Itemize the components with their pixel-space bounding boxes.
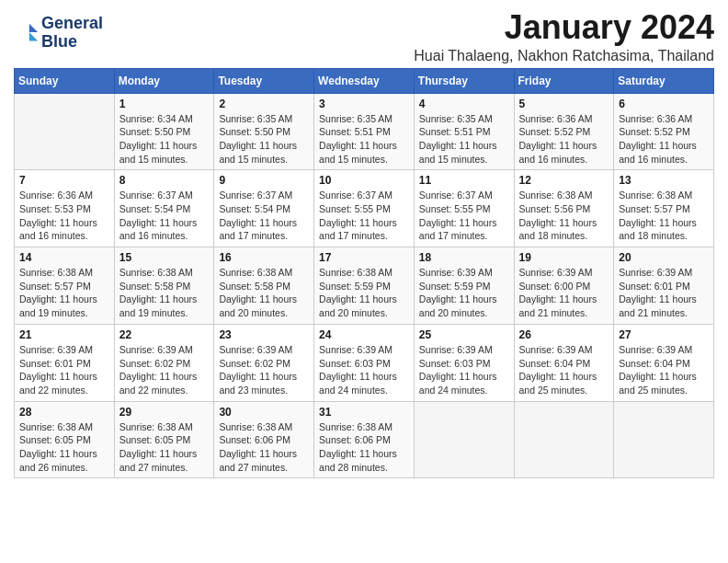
calendar-cell: 28Sunrise: 6:38 AM Sunset: 6:05 PM Dayli… xyxy=(15,401,115,478)
calendar-cell: 8Sunrise: 6:37 AM Sunset: 5:54 PM Daylig… xyxy=(114,170,214,247)
column-header-wednesday: Wednesday xyxy=(314,68,415,93)
calendar-table: SundayMondayTuesdayWednesdayThursdayFrid… xyxy=(14,68,714,479)
calendar-cell: 17Sunrise: 6:38 AM Sunset: 5:59 PM Dayli… xyxy=(314,247,415,325)
calendar-cell: 27Sunrise: 6:39 AM Sunset: 6:04 PM Dayli… xyxy=(614,324,714,401)
day-info: Sunrise: 6:38 AM Sunset: 6:06 PM Dayligh… xyxy=(319,420,409,475)
column-header-sunday: Sunday xyxy=(15,68,115,93)
day-number: 14 xyxy=(19,251,109,264)
day-info: Sunrise: 6:38 AM Sunset: 6:05 PM Dayligh… xyxy=(119,420,210,475)
day-info: Sunrise: 6:38 AM Sunset: 5:58 PM Dayligh… xyxy=(119,266,210,320)
day-number: 24 xyxy=(319,328,409,341)
day-number: 19 xyxy=(519,251,609,264)
calendar-cell: 19Sunrise: 6:39 AM Sunset: 6:00 PM Dayli… xyxy=(514,247,614,325)
calendar-cell: 25Sunrise: 6:39 AM Sunset: 6:03 PM Dayli… xyxy=(414,324,514,401)
day-number: 4 xyxy=(419,98,509,110)
day-info: Sunrise: 6:39 AM Sunset: 6:01 PM Dayligh… xyxy=(19,343,109,397)
day-number: 15 xyxy=(119,251,210,264)
page-title: January 2024 xyxy=(414,9,714,46)
day-info: Sunrise: 6:39 AM Sunset: 6:03 PM Dayligh… xyxy=(419,343,509,397)
calendar-cell: 12Sunrise: 6:38 AM Sunset: 5:56 PM Dayli… xyxy=(514,170,614,247)
calendar-cell: 5Sunrise: 6:36 AM Sunset: 5:52 PM Daylig… xyxy=(514,93,614,170)
day-info: Sunrise: 6:38 AM Sunset: 5:57 PM Dayligh… xyxy=(19,266,109,320)
day-number: 7 xyxy=(19,174,109,187)
day-number: 11 xyxy=(419,174,509,187)
day-info: Sunrise: 6:38 AM Sunset: 5:59 PM Dayligh… xyxy=(319,266,409,320)
calendar-cell xyxy=(414,401,514,478)
calendar-cell: 14Sunrise: 6:38 AM Sunset: 5:57 PM Dayli… xyxy=(15,247,115,325)
day-info: Sunrise: 6:39 AM Sunset: 6:03 PM Dayligh… xyxy=(319,343,409,397)
day-number: 6 xyxy=(619,98,709,110)
calendar-cell: 18Sunrise: 6:39 AM Sunset: 5:59 PM Dayli… xyxy=(414,247,514,325)
day-number: 1 xyxy=(119,98,210,110)
day-number: 10 xyxy=(319,174,409,187)
calendar-cell: 30Sunrise: 6:38 AM Sunset: 6:06 PM Dayli… xyxy=(214,401,314,478)
calendar-cell xyxy=(15,93,115,170)
day-number: 16 xyxy=(219,251,309,264)
logo: General Blue xyxy=(14,15,103,52)
page-subtitle: Huai Thalaeng, Nakhon Ratchasima, Thaila… xyxy=(414,48,714,64)
day-number: 5 xyxy=(519,98,609,110)
day-number: 8 xyxy=(119,174,210,187)
day-number: 2 xyxy=(219,98,309,110)
calendar-week-4: 21Sunrise: 6:39 AM Sunset: 6:01 PM Dayli… xyxy=(15,324,714,401)
calendar-cell: 2Sunrise: 6:35 AM Sunset: 5:50 PM Daylig… xyxy=(214,93,314,170)
calendar-week-2: 7Sunrise: 6:36 AM Sunset: 5:53 PM Daylig… xyxy=(15,170,714,247)
day-number: 13 xyxy=(619,174,709,187)
day-info: Sunrise: 6:39 AM Sunset: 6:02 PM Dayligh… xyxy=(119,343,210,397)
day-info: Sunrise: 6:39 AM Sunset: 6:00 PM Dayligh… xyxy=(519,266,609,320)
calendar-cell: 10Sunrise: 6:37 AM Sunset: 5:55 PM Dayli… xyxy=(314,170,415,247)
calendar-cell: 11Sunrise: 6:37 AM Sunset: 5:55 PM Dayli… xyxy=(414,170,514,247)
day-number: 20 xyxy=(619,251,709,264)
day-info: Sunrise: 6:37 AM Sunset: 5:55 PM Dayligh… xyxy=(319,189,409,243)
calendar-cell: 6Sunrise: 6:36 AM Sunset: 5:52 PM Daylig… xyxy=(614,93,714,170)
day-info: Sunrise: 6:36 AM Sunset: 5:52 PM Dayligh… xyxy=(519,112,609,167)
day-number: 30 xyxy=(219,406,309,419)
day-info: Sunrise: 6:39 AM Sunset: 6:04 PM Dayligh… xyxy=(619,343,709,397)
day-number: 17 xyxy=(319,251,409,264)
day-info: Sunrise: 6:38 AM Sunset: 6:05 PM Dayligh… xyxy=(19,420,109,475)
day-number: 12 xyxy=(519,174,609,187)
calendar-week-5: 28Sunrise: 6:38 AM Sunset: 6:05 PM Dayli… xyxy=(15,401,714,478)
calendar-cell: 22Sunrise: 6:39 AM Sunset: 6:02 PM Dayli… xyxy=(114,324,214,401)
column-header-tuesday: Tuesday xyxy=(214,68,314,93)
day-info: Sunrise: 6:37 AM Sunset: 5:54 PM Dayligh… xyxy=(219,189,309,243)
day-info: Sunrise: 6:39 AM Sunset: 6:04 PM Dayligh… xyxy=(519,343,609,397)
calendar-cell xyxy=(614,401,714,478)
calendar-cell: 24Sunrise: 6:39 AM Sunset: 6:03 PM Dayli… xyxy=(314,324,415,401)
calendar-cell: 20Sunrise: 6:39 AM Sunset: 6:01 PM Dayli… xyxy=(614,247,714,325)
calendar-cell: 3Sunrise: 6:35 AM Sunset: 5:51 PM Daylig… xyxy=(314,93,415,170)
calendar-cell: 21Sunrise: 6:39 AM Sunset: 6:01 PM Dayli… xyxy=(15,324,115,401)
column-header-saturday: Saturday xyxy=(614,68,714,93)
day-info: Sunrise: 6:36 AM Sunset: 5:53 PM Dayligh… xyxy=(19,189,109,243)
day-number: 25 xyxy=(419,328,509,341)
day-number: 28 xyxy=(19,406,109,419)
calendar-cell: 31Sunrise: 6:38 AM Sunset: 6:06 PM Dayli… xyxy=(314,401,415,478)
day-info: Sunrise: 6:39 AM Sunset: 6:02 PM Dayligh… xyxy=(219,343,309,397)
day-info: Sunrise: 6:39 AM Sunset: 5:59 PM Dayligh… xyxy=(419,266,509,320)
calendar-cell: 13Sunrise: 6:38 AM Sunset: 5:57 PM Dayli… xyxy=(614,170,714,247)
calendar-body: 1Sunrise: 6:34 AM Sunset: 5:50 PM Daylig… xyxy=(15,93,714,478)
calendar-week-1: 1Sunrise: 6:34 AM Sunset: 5:50 PM Daylig… xyxy=(15,93,714,170)
day-number: 31 xyxy=(319,406,409,419)
calendar-cell xyxy=(514,401,614,478)
day-info: Sunrise: 6:34 AM Sunset: 5:50 PM Dayligh… xyxy=(119,112,210,167)
day-info: Sunrise: 6:38 AM Sunset: 5:58 PM Dayligh… xyxy=(219,266,309,320)
svg-rect-0 xyxy=(14,20,40,46)
day-number: 21 xyxy=(19,328,109,341)
calendar-cell: 1Sunrise: 6:34 AM Sunset: 5:50 PM Daylig… xyxy=(114,93,214,170)
column-header-thursday: Thursday xyxy=(414,68,514,93)
calendar-cell: 15Sunrise: 6:38 AM Sunset: 5:58 PM Dayli… xyxy=(114,247,214,325)
title-block: January 2024 Huai Thalaeng, Nakhon Ratch… xyxy=(414,9,714,64)
day-info: Sunrise: 6:35 AM Sunset: 5:50 PM Dayligh… xyxy=(219,112,309,167)
day-info: Sunrise: 6:38 AM Sunset: 6:06 PM Dayligh… xyxy=(219,420,309,475)
day-number: 27 xyxy=(619,328,709,341)
day-info: Sunrise: 6:36 AM Sunset: 5:52 PM Dayligh… xyxy=(619,112,709,167)
day-info: Sunrise: 6:37 AM Sunset: 5:55 PM Dayligh… xyxy=(419,189,509,243)
calendar-cell: 26Sunrise: 6:39 AM Sunset: 6:04 PM Dayli… xyxy=(514,324,614,401)
day-number: 29 xyxy=(119,406,210,419)
day-info: Sunrise: 6:35 AM Sunset: 5:51 PM Dayligh… xyxy=(319,112,409,167)
day-info: Sunrise: 6:35 AM Sunset: 5:51 PM Dayligh… xyxy=(419,112,509,167)
day-info: Sunrise: 6:38 AM Sunset: 5:57 PM Dayligh… xyxy=(619,189,709,243)
calendar-week-3: 14Sunrise: 6:38 AM Sunset: 5:57 PM Dayli… xyxy=(15,247,714,325)
day-info: Sunrise: 6:39 AM Sunset: 6:01 PM Dayligh… xyxy=(619,266,709,320)
